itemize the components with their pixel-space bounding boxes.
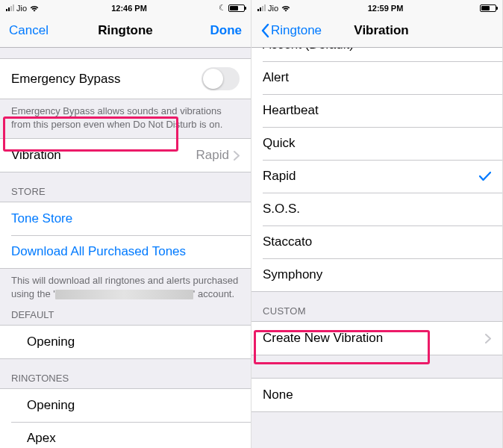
chevron-right-icon — [234, 151, 240, 161]
store-footer: This will download all ringtones and ale… — [0, 269, 251, 303]
emergency-bypass-footer: Emergency Bypass allows sounds and vibra… — [0, 99, 251, 134]
back-button[interactable]: Ringtone — [260, 23, 322, 38]
vibration-option-row[interactable]: Staccato — [251, 225, 502, 258]
vibration-option-label: Staccato — [263, 234, 312, 249]
vibration-label: Vibration — [11, 148, 61, 163]
emergency-bypass-toggle[interactable] — [201, 67, 240, 90]
standard-vibration-list: Accent (Default) AlertHeartbeatQuickRapi… — [251, 48, 502, 292]
ringtone-label: Apex — [27, 431, 56, 446]
vibration-option-label: Quick — [263, 136, 295, 151]
ringtone-row[interactable]: Apex — [0, 422, 251, 448]
vibration-option-label: S.O.S. — [263, 202, 300, 217]
nav-title: Vibration — [354, 23, 408, 38]
carrier-label: Jio — [268, 4, 278, 13]
vibration-option-row[interactable]: Alert — [251, 61, 502, 94]
default-tone-row[interactable]: Opening — [0, 326, 251, 358]
download-tones-row[interactable]: Download All Purchased Tones — [0, 235, 251, 268]
vibration-option-label: Alert — [263, 70, 289, 85]
vibration-row[interactable]: Vibration Rapid — [0, 139, 251, 172]
wifi-icon — [281, 4, 291, 12]
signal-strength-icon — [6, 4, 14, 11]
signal-strength-icon — [257, 4, 266, 11]
checkmark-icon — [479, 171, 491, 181]
emergency-bypass-row[interactable]: Emergency Bypass — [0, 59, 251, 99]
custom-section-header: CUSTOM — [251, 292, 502, 321]
vibration-none-label: None — [263, 388, 293, 402]
vibration-option-row[interactable]: Rapid — [251, 160, 502, 193]
nav-bar: Cancel Ringtone Done — [0, 15, 251, 48]
vibration-value: Rapid — [196, 148, 234, 163]
chevron-left-icon — [260, 23, 269, 38]
vibration-option-label: Symphony — [263, 267, 322, 282]
status-bar: Jio 12:59 PM — [251, 0, 502, 15]
cancel-button[interactable]: Cancel — [9, 23, 49, 38]
vibration-option-row[interactable]: Symphony — [251, 258, 502, 291]
emergency-bypass-label: Emergency Bypass — [11, 72, 120, 87]
tone-store-row[interactable]: Tone Store — [0, 202, 251, 235]
vibration-option-row[interactable]: Heartbeat — [251, 94, 502, 127]
back-label: Ringtone — [271, 23, 322, 38]
vibration-settings-screen: Jio 12:59 PM Ringtone Vibration Accent (… — [251, 0, 503, 448]
chevron-right-icon — [485, 334, 491, 343]
vibration-option-row[interactable]: Accent (Default) — [251, 48, 502, 61]
vibration-none-row[interactable]: None — [251, 379, 502, 411]
vibration-option-label: Heartbeat — [263, 103, 319, 118]
create-new-vibration-label: Create New Vibration — [263, 331, 383, 346]
ringtones-list: OpeningApexBeacon — [0, 388, 251, 448]
create-new-vibration-row[interactable]: Create New Vibration — [251, 322, 502, 355]
ringtone-settings-screen: Jio 12:46 PM ☾ Cancel Ringtone Done Emer… — [0, 0, 251, 448]
vibration-option-label: Rapid — [263, 169, 296, 184]
store-section-header: STORE — [0, 172, 251, 202]
redacted-account — [55, 290, 193, 299]
ringtone-label: Opening — [27, 398, 75, 413]
default-section-header: DEFAULT — [0, 303, 251, 325]
ringtones-section-header: RINGTONES — [0, 359, 251, 388]
download-tones-link: Download All Purchased Tones — [11, 244, 186, 259]
default-tone-label: Opening — [27, 335, 75, 349]
nav-title: Ringtone — [98, 23, 153, 38]
carrier-label: Jio — [16, 4, 27, 13]
status-time: 12:59 PM — [368, 4, 404, 13]
status-time: 12:46 PM — [111, 4, 147, 13]
ringtone-row[interactable]: Opening — [0, 389, 251, 422]
tone-store-link: Tone Store — [11, 211, 72, 226]
done-button[interactable]: Done — [210, 23, 243, 38]
battery-icon — [480, 4, 496, 12]
battery-icon — [228, 4, 245, 12]
vibration-option-row[interactable]: Quick — [251, 127, 502, 160]
do-not-disturb-icon: ☾ — [219, 3, 226, 13]
wifi-icon — [29, 4, 40, 12]
vibration-option-row[interactable]: S.O.S. — [251, 193, 502, 225]
status-bar: Jio 12:46 PM ☾ — [0, 0, 251, 15]
vibration-option-label: Accent (Default) — [263, 48, 354, 52]
nav-bar: Ringtone Vibration — [251, 15, 502, 48]
